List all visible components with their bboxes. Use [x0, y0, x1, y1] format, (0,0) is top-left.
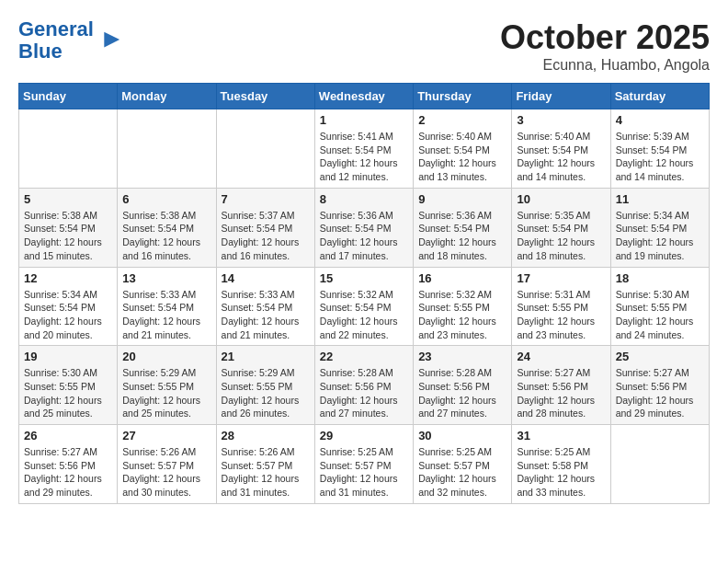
- weekday-header: Saturday: [610, 84, 709, 109]
- calendar-cell: 16Sunrise: 5:32 AM Sunset: 5:55 PM Dayli…: [414, 267, 512, 346]
- day-info: Sunrise: 5:32 AM Sunset: 5:55 PM Dayligh…: [418, 288, 506, 342]
- calendar-cell: 29Sunrise: 5:25 AM Sunset: 5:57 PM Dayli…: [314, 425, 413, 504]
- calendar-cell: 15Sunrise: 5:32 AM Sunset: 5:54 PM Dayli…: [314, 267, 413, 346]
- weekday-header: Tuesday: [216, 84, 314, 109]
- calendar-cell: 2Sunrise: 5:40 AM Sunset: 5:54 PM Daylig…: [414, 109, 512, 189]
- calendar-cell: 30Sunrise: 5:25 AM Sunset: 5:57 PM Dayli…: [414, 425, 512, 504]
- day-number: 10: [517, 192, 605, 206]
- day-number: 12: [24, 271, 112, 285]
- weekday-header-row: SundayMondayTuesdayWednesdayThursdayFrid…: [19, 84, 710, 109]
- calendar-cell: 13Sunrise: 5:33 AM Sunset: 5:54 PM Dayli…: [118, 267, 216, 346]
- day-number: 28: [222, 429, 310, 442]
- day-number: 14: [222, 271, 310, 285]
- day-number: 25: [616, 350, 704, 363]
- calendar-cell: 20Sunrise: 5:29 AM Sunset: 5:55 PM Dayli…: [118, 346, 216, 425]
- day-info: Sunrise: 5:28 AM Sunset: 5:56 PM Dayligh…: [320, 366, 408, 420]
- day-number: 13: [122, 271, 210, 285]
- calendar-table: SundayMondayTuesdayWednesdayThursdayFrid…: [18, 83, 710, 504]
- calendar-cell: 28Sunrise: 5:26 AM Sunset: 5:57 PM Dayli…: [216, 425, 314, 504]
- day-number: 21: [222, 350, 310, 363]
- calendar-cell: 9Sunrise: 5:36 AM Sunset: 5:54 PM Daylig…: [414, 188, 512, 267]
- day-number: 20: [122, 350, 210, 363]
- day-info: Sunrise: 5:33 AM Sunset: 5:54 PM Dayligh…: [222, 288, 310, 342]
- day-number: 6: [122, 192, 210, 206]
- calendar-cell: 12Sunrise: 5:34 AM Sunset: 5:54 PM Dayli…: [19, 267, 118, 346]
- day-info: Sunrise: 5:35 AM Sunset: 5:54 PM Dayligh…: [517, 209, 605, 263]
- day-info: Sunrise: 5:30 AM Sunset: 5:55 PM Dayligh…: [616, 288, 704, 342]
- page-header: General Blue October 2025 Ecunna, Huambo…: [18, 18, 710, 74]
- day-info: Sunrise: 5:38 AM Sunset: 5:54 PM Dayligh…: [122, 209, 210, 263]
- day-info: Sunrise: 5:39 AM Sunset: 5:54 PM Dayligh…: [616, 130, 704, 184]
- day-info: Sunrise: 5:26 AM Sunset: 5:57 PM Dayligh…: [222, 445, 310, 500]
- weekday-header: Sunday: [19, 84, 118, 109]
- day-number: 4: [616, 113, 704, 127]
- day-info: Sunrise: 5:27 AM Sunset: 5:56 PM Dayligh…: [24, 445, 112, 500]
- calendar-cell: 17Sunrise: 5:31 AM Sunset: 5:55 PM Dayli…: [512, 267, 610, 346]
- day-number: 1: [320, 113, 408, 127]
- day-info: Sunrise: 5:29 AM Sunset: 5:55 PM Dayligh…: [222, 366, 310, 420]
- calendar-week-row: 1Sunrise: 5:41 AM Sunset: 5:54 PM Daylig…: [19, 109, 710, 189]
- day-info: Sunrise: 5:32 AM Sunset: 5:54 PM Dayligh…: [320, 288, 408, 342]
- calendar-cell: 1Sunrise: 5:41 AM Sunset: 5:54 PM Daylig…: [314, 109, 413, 189]
- calendar-cell: 6Sunrise: 5:38 AM Sunset: 5:54 PM Daylig…: [118, 188, 216, 267]
- day-number: 9: [418, 192, 506, 206]
- calendar-cell: 25Sunrise: 5:27 AM Sunset: 5:56 PM Dayli…: [610, 346, 709, 425]
- calendar-cell: 11Sunrise: 5:34 AM Sunset: 5:54 PM Dayli…: [610, 188, 709, 267]
- day-info: Sunrise: 5:26 AM Sunset: 5:57 PM Dayligh…: [122, 445, 210, 500]
- day-info: Sunrise: 5:40 AM Sunset: 5:54 PM Dayligh…: [418, 130, 506, 184]
- day-number: 16: [418, 271, 506, 285]
- day-number: 23: [418, 350, 506, 363]
- day-number: 27: [122, 429, 210, 442]
- month-title: October 2025: [500, 18, 710, 57]
- calendar-cell: 24Sunrise: 5:27 AM Sunset: 5:56 PM Dayli…: [512, 346, 610, 425]
- calendar-cell: 19Sunrise: 5:30 AM Sunset: 5:55 PM Dayli…: [19, 346, 118, 425]
- calendar-cell: [216, 109, 314, 189]
- day-info: Sunrise: 5:30 AM Sunset: 5:55 PM Dayligh…: [24, 366, 112, 420]
- location-title: Ecunna, Huambo, Angola: [500, 57, 710, 74]
- day-number: 26: [24, 429, 112, 442]
- day-info: Sunrise: 5:27 AM Sunset: 5:56 PM Dayligh…: [616, 366, 704, 420]
- day-info: Sunrise: 5:41 AM Sunset: 5:54 PM Dayligh…: [320, 130, 408, 184]
- day-number: 2: [418, 113, 506, 127]
- calendar-cell: 23Sunrise: 5:28 AM Sunset: 5:56 PM Dayli…: [414, 346, 512, 425]
- day-number: 15: [320, 271, 408, 285]
- weekday-header: Wednesday: [314, 84, 413, 109]
- day-info: Sunrise: 5:31 AM Sunset: 5:55 PM Dayligh…: [517, 288, 605, 342]
- day-info: Sunrise: 5:29 AM Sunset: 5:55 PM Dayligh…: [122, 366, 210, 420]
- day-info: Sunrise: 5:36 AM Sunset: 5:54 PM Dayligh…: [320, 209, 408, 263]
- day-info: Sunrise: 5:40 AM Sunset: 5:54 PM Dayligh…: [517, 130, 605, 184]
- day-number: 11: [616, 192, 704, 206]
- day-number: 31: [517, 429, 605, 442]
- day-info: Sunrise: 5:25 AM Sunset: 5:58 PM Dayligh…: [517, 445, 605, 500]
- day-number: 5: [24, 192, 112, 206]
- calendar-week-row: 12Sunrise: 5:34 AM Sunset: 5:54 PM Dayli…: [19, 267, 710, 346]
- logo-icon: [96, 28, 121, 53]
- day-info: Sunrise: 5:27 AM Sunset: 5:56 PM Dayligh…: [517, 366, 605, 420]
- day-info: Sunrise: 5:37 AM Sunset: 5:54 PM Dayligh…: [222, 209, 310, 263]
- logo-text: General Blue: [18, 18, 94, 63]
- calendar-cell: [610, 425, 709, 504]
- day-number: 22: [320, 350, 408, 363]
- day-number: 29: [320, 429, 408, 442]
- calendar-cell: 31Sunrise: 5:25 AM Sunset: 5:58 PM Dayli…: [512, 425, 610, 504]
- day-number: 24: [517, 350, 605, 363]
- calendar-cell: 22Sunrise: 5:28 AM Sunset: 5:56 PM Dayli…: [314, 346, 413, 425]
- calendar-cell: 8Sunrise: 5:36 AM Sunset: 5:54 PM Daylig…: [314, 188, 413, 267]
- calendar-cell: 18Sunrise: 5:30 AM Sunset: 5:55 PM Dayli…: [610, 267, 709, 346]
- day-info: Sunrise: 5:25 AM Sunset: 5:57 PM Dayligh…: [320, 445, 408, 500]
- svg-marker-0: [104, 32, 119, 48]
- calendar-week-row: 5Sunrise: 5:38 AM Sunset: 5:54 PM Daylig…: [19, 188, 710, 267]
- day-info: Sunrise: 5:28 AM Sunset: 5:56 PM Dayligh…: [418, 366, 506, 420]
- day-info: Sunrise: 5:25 AM Sunset: 5:57 PM Dayligh…: [418, 445, 506, 500]
- day-info: Sunrise: 5:36 AM Sunset: 5:54 PM Dayligh…: [418, 209, 506, 263]
- day-info: Sunrise: 5:38 AM Sunset: 5:54 PM Dayligh…: [24, 209, 112, 263]
- day-number: 30: [418, 429, 506, 442]
- calendar-cell: 3Sunrise: 5:40 AM Sunset: 5:54 PM Daylig…: [512, 109, 610, 189]
- calendar-cell: 7Sunrise: 5:37 AM Sunset: 5:54 PM Daylig…: [216, 188, 314, 267]
- day-number: 3: [517, 113, 605, 127]
- calendar-cell: 27Sunrise: 5:26 AM Sunset: 5:57 PM Dayli…: [118, 425, 216, 504]
- weekday-header: Monday: [118, 84, 216, 109]
- calendar-week-row: 26Sunrise: 5:27 AM Sunset: 5:56 PM Dayli…: [19, 425, 710, 504]
- day-number: 8: [320, 192, 408, 206]
- calendar-cell: 5Sunrise: 5:38 AM Sunset: 5:54 PM Daylig…: [19, 188, 118, 267]
